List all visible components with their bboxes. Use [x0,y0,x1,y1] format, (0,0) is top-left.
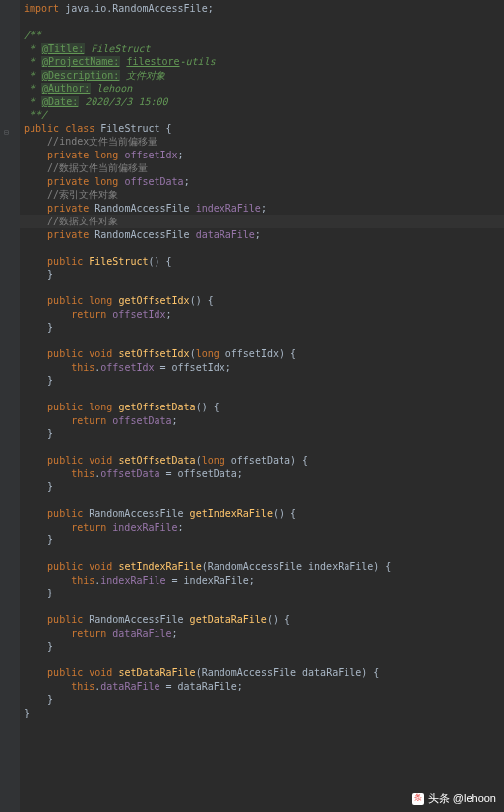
setter-decl: public void setDataRaFile(RandomAccessFi… [0,666,504,680]
close-brace: } [0,533,504,547]
arg-ref: offsetData [178,468,237,479]
blank-line [0,241,504,255]
blank-line [0,281,504,295]
assign-stmt: this.offsetIdx = offsetIdx; [0,361,504,375]
code-line: import java.io.RandomAccessFile; [0,2,504,16]
type-raf: RandomAccessFile [94,203,189,214]
doc-star: * [24,70,41,81]
project-suffix: -utils [180,56,216,67]
assign-stmt: this.offsetData = offsetData; [0,468,504,481]
sig: () { [148,256,171,267]
assign-stmt: this.dataRaFile = dataRaFile; [0,680,504,694]
doc-line: * @Author: lehoon [0,82,504,95]
sig: ) { [373,561,391,572]
class-name: FileStruct [100,123,159,134]
return-val: offsetData [112,415,171,426]
field-comment: //数据文件当前偏移量 [47,162,148,173]
return-val: indexRaFile [112,522,177,532]
blank-line [0,441,504,455]
return-keyword: return [71,522,106,532]
param-type: long [202,455,225,466]
sig: ) { [361,667,379,678]
return-keyword: return [71,415,106,426]
doc-line: * @ProjectName: filestore-utils [0,55,504,69]
semicolon: ; [172,628,178,639]
field-decl: private long offsetIdx; [0,149,504,162]
return-type: void [89,667,112,678]
title-tag: @Title: [41,43,85,54]
field-decl: private RandomAccessFile indexRaFile; [0,202,504,216]
brace: } [47,428,53,439]
toutiao-icon [412,793,424,805]
sig: () { [267,614,290,625]
brace: } [47,641,53,652]
comment-line: //数据文件当前偏移量 [0,161,504,175]
setter-decl: public void setOffsetData(long offsetDat… [0,454,504,468]
close-brace: } [0,321,504,335]
eq: = [166,575,184,586]
project-val: filestore [126,56,179,67]
param-type: RandomAccessFile [202,667,296,678]
author-val: lehoon [96,83,132,94]
private-keyword: private [47,176,89,187]
close-brace: } [0,374,504,388]
param-type: RandomAccessFile [208,561,302,572]
blank-line [0,335,504,348]
arg-ref: indexRaFile [184,575,249,586]
param-name: offsetIdx [225,348,279,359]
field-ref: offsetIdx [100,362,154,373]
description-val: 文件对象 [126,70,165,81]
private-keyword: private [47,229,89,240]
type-raf: RandomAccessFile [94,229,189,240]
class-close: } [0,707,504,720]
close-brace: } [0,268,504,281]
doc-close: **/ [0,108,504,122]
public-keyword: public [47,455,83,466]
getter-decl: public long getOffsetIdx() { [0,294,504,308]
field-ref: offsetData [100,468,159,479]
field-comment: //索引文件对象 [47,189,118,200]
brace: } [47,375,53,386]
title-val: FileStruct [91,43,150,54]
arg-ref: offsetIdx [172,362,225,373]
field-comment: //index文件当前偏移量 [47,136,158,147]
doc-star: * [24,43,41,54]
public-keyword: public [47,667,83,678]
field-comment: //数据文件对象 [47,216,118,226]
method-name: getOffsetIdx [118,295,189,306]
blank-line [0,388,504,402]
code-editor[interactable]: import java.io.RandomAccessFile; /** * @… [0,0,504,721]
setter-decl: public void setOffsetIdx(long offsetIdx)… [0,347,504,361]
getter-decl: public long getOffsetData() { [0,401,504,414]
field-ref: indexRaFile [100,575,165,586]
brace: } [47,322,53,333]
return-type: long [89,295,112,306]
method-name: getDataRaFile [190,614,267,625]
open-brace: { [160,123,172,134]
semicolon: ; [208,3,214,14]
public-keyword: public [24,123,59,134]
getter-decl: public RandomAccessFile getIndexRaFile()… [0,507,504,521]
field-name: dataRaFile [196,229,255,240]
project-tag: @ProjectName: [41,56,120,67]
semicolon: ; [261,203,267,214]
ctor-decl: public FileStruct() { [0,255,504,269]
private-keyword: private [47,150,89,160]
eq: = [160,468,178,479]
method-name: getOffsetData [118,402,195,412]
watermark: 头条 @lehoon [412,791,496,806]
return-keyword: return [71,309,106,320]
brace: } [24,708,30,718]
public-keyword: public [47,256,83,267]
semicolon: ; [237,468,243,479]
return-type: void [89,348,112,359]
return-stmt: return dataRaFile; [0,627,504,641]
eq: = [160,681,178,692]
semicolon: ; [172,415,178,426]
this-keyword: this [71,362,94,373]
sig: () { [196,402,220,412]
blank-line [0,654,504,667]
getter-decl: public RandomAccessFile getDataRaFile() … [0,613,504,627]
field-ref: dataRaFile [100,681,159,692]
description-tag: @Description: [41,70,120,81]
